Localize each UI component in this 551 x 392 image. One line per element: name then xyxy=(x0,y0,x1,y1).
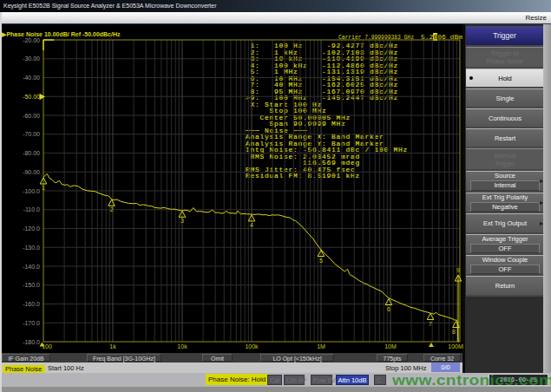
svg-text:-180.0: -180.0 xyxy=(23,339,40,345)
svg-text:-170.0: -170.0 xyxy=(23,320,40,326)
svg-text:1M: 1M xyxy=(317,343,325,350)
svg-text:2: 2 xyxy=(110,206,114,212)
svg-text:5: 5 xyxy=(319,258,323,264)
svg-text:-140.0: -140.0 xyxy=(23,264,40,270)
svg-text:-120.0: -120.0 xyxy=(23,225,40,232)
svg-text:8: 8 xyxy=(452,329,456,335)
svg-text:-60.00: -60.00 xyxy=(23,113,40,119)
svg-text:10M: 10M xyxy=(384,343,397,350)
svg-text:-30.00: -30.00 xyxy=(23,56,40,62)
svg-text:3: 3 xyxy=(180,218,184,224)
svg-text:-90.00: -90.00 xyxy=(23,169,40,175)
svg-text:7: 7 xyxy=(429,321,432,327)
svg-text:-100.0: -100.0 xyxy=(23,188,40,194)
svg-text:6: 6 xyxy=(387,306,390,312)
svg-text:-50.00: -50.00 xyxy=(23,94,40,100)
svg-text:100M: 100M xyxy=(448,343,463,350)
svg-text:-110.0: -110.0 xyxy=(23,206,40,212)
svg-text:-150.0: -150.0 xyxy=(23,282,40,288)
svg-text:9: 9 xyxy=(456,267,460,273)
svg-text:-160.0: -160.0 xyxy=(23,301,40,307)
svg-text:-130.0: -130.0 xyxy=(23,245,40,251)
svg-text:-40.00: -40.00 xyxy=(23,75,40,81)
svg-text:1k: 1k xyxy=(109,343,116,350)
svg-text:100k: 100k xyxy=(245,343,259,350)
svg-text:-70.00: -70.00 xyxy=(23,131,40,137)
svg-text:4: 4 xyxy=(250,222,253,228)
svg-text:1: 1 xyxy=(42,185,45,191)
svg-text:10k: 10k xyxy=(177,343,187,350)
svg-text:-20.00: -20.00 xyxy=(23,37,40,43)
svg-text:-80.00: -80.00 xyxy=(23,150,40,156)
